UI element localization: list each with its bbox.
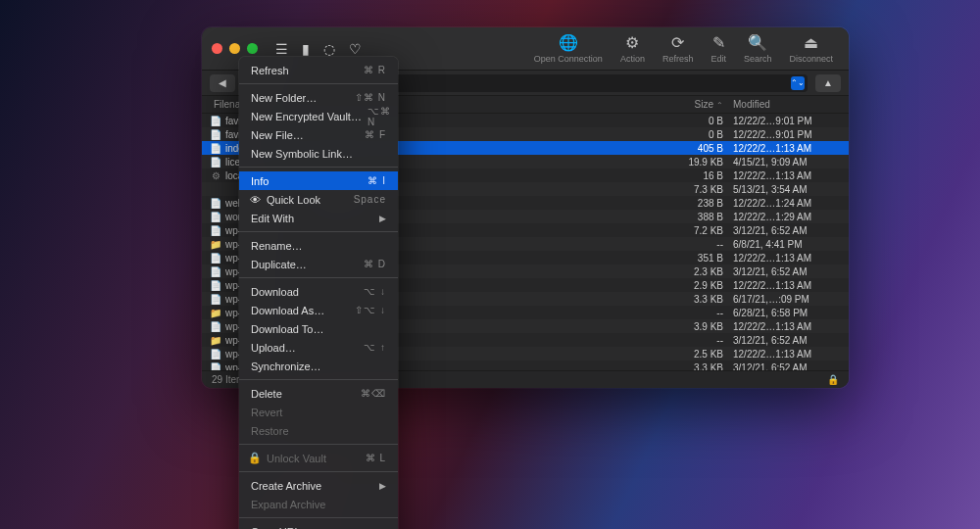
menu-item-edit-with[interactable]: Edit With▶ (239, 209, 398, 227)
menu-item-create-archive[interactable]: Create Archive▶ (239, 476, 398, 495)
menu-item-label: New Encrypted Vault… (251, 111, 362, 122)
file-modified: 12/22/2…1:13 AM (733, 170, 841, 181)
menu-shortcut: ⌘ L (366, 453, 386, 463)
file-modified: 12/22/2…1:29 AM (733, 212, 841, 222)
file-size: -- (664, 335, 733, 346)
gear-icon: ⚙ (210, 169, 221, 181)
menu-item-label: Rename… (251, 240, 386, 252)
file-size: 405 B (664, 143, 733, 154)
menu-item-quick-look[interactable]: 👁Quick LookSpace (239, 190, 398, 209)
menu-item-copy-url[interactable]: Copy URL▶ (239, 522, 398, 529)
submenu-arrow-icon: ▶ (379, 481, 386, 491)
open-connection-icon: 🌐 (559, 34, 578, 52)
history-icon[interactable]: ▮ (302, 41, 310, 57)
menu-item-download-as[interactable]: Download As…⇧⌥ ↓ (239, 301, 398, 319)
menu-separator (239, 231, 398, 232)
file-modified: 12/22/2…9:01 PM (733, 129, 841, 140)
menu-item-icon: 🔒 (249, 452, 261, 464)
submenu-arrow-icon: ▶ (379, 214, 386, 223)
menu-separator (239, 471, 398, 472)
menu-item-new-encrypted-vault[interactable]: New Encrypted Vault…⌥⌘ N (239, 107, 398, 125)
file-modified: 12/22/2…1:13 AM (733, 253, 841, 264)
close-window-button[interactable] (212, 43, 222, 54)
menu-item-refresh[interactable]: Refresh⌘ R (239, 61, 398, 79)
bookmarks-icon[interactable]: ☰ (275, 41, 288, 57)
file-modified: 3/12/21, 6:52 AM (733, 335, 841, 346)
bonjour-icon[interactable]: ◌ (323, 41, 335, 57)
menu-item-rename[interactable]: Rename… (239, 236, 398, 255)
favorite-icon[interactable]: ♡ (349, 41, 362, 57)
file-modified: 12/22/2…1:24 AM (733, 198, 841, 209)
menu-item-duplicate[interactable]: Duplicate…⌘ D (239, 255, 398, 273)
file-icon: 📄 (210, 361, 221, 370)
file-icon: 📄 (210, 293, 221, 305)
file-modified: 4/15/21, 9:09 AM (733, 157, 841, 168)
sort-indicator-icon: ⌃ (716, 101, 723, 110)
menu-item-upload[interactable]: Upload…⌥ ↑ (239, 338, 398, 357)
toolbar-label: Disconnect (789, 54, 833, 64)
search-button[interactable]: 🔍Search (738, 32, 778, 66)
menu-item-restore: Restore (239, 421, 398, 440)
path-dropdown-icon[interactable]: ⌃⌄ (791, 76, 805, 90)
file-size: 2.3 KB (664, 266, 733, 277)
menu-item-label: Refresh (251, 65, 358, 76)
file-size: 3.3 KB (664, 294, 733, 305)
refresh-icon: ⟳ (671, 34, 684, 52)
menu-item-new-symbolic-link[interactable]: New Symbolic Link… (239, 144, 398, 163)
file-size: 3.9 KB (664, 321, 733, 332)
menu-separator (239, 83, 398, 84)
up-button[interactable]: ▲ (815, 74, 841, 92)
file-modified: 12/22/2…1:13 AM (733, 321, 841, 332)
context-menu[interactable]: Refresh⌘ RNew Folder…⇧⌘ NNew Encrypted V… (239, 57, 398, 529)
folder-icon: 📁 (210, 334, 221, 346)
col-size[interactable]: Size⌃ (664, 99, 733, 110)
file-size: 3.3 KB (664, 362, 733, 371)
edit-button[interactable]: ✎Edit (705, 32, 732, 66)
col-modified[interactable]: Modified (733, 99, 841, 110)
file-icon: 📄 (210, 115, 221, 126)
file-icon: 📄 (210, 128, 221, 140)
open-connection-button[interactable]: 🌐Open Connection (528, 32, 609, 66)
toolbar-label: Search (744, 54, 772, 64)
menu-item-new-file[interactable]: New File…⌘ F (239, 125, 398, 144)
toolbar-actions: 🌐Open Connection⚙Action⟳Refresh✎Edit🔍Sea… (528, 32, 839, 66)
window-controls (212, 43, 258, 54)
file-size: 19.9 KB (664, 157, 733, 168)
action-button[interactable]: ⚙Action (614, 32, 651, 66)
menu-item-new-folder[interactable]: New Folder…⇧⌘ N (239, 88, 398, 107)
zoom-window-button[interactable] (247, 43, 258, 54)
file-size: 7.2 KB (664, 225, 733, 236)
refresh-button[interactable]: ⟳Refresh (657, 32, 700, 66)
menu-shortcut: ⇧⌥ ↓ (355, 305, 386, 315)
menu-item-label: Download As… (251, 305, 349, 316)
menu-separator (239, 517, 398, 518)
menu-item-delete[interactable]: Delete⌘⌫ (239, 384, 398, 403)
file-modified: 5/13/21, 3:54 AM (733, 184, 841, 195)
menu-item-unlock-vault: 🔒Unlock Vault⌘ L (239, 449, 398, 467)
menu-shortcut: ⌘⌫ (361, 388, 386, 399)
disconnect-button[interactable]: ⏏Disconnect (783, 32, 839, 66)
file-modified: 6/28/21, 6:58 PM (733, 308, 841, 318)
toolbar-label: Refresh (662, 54, 694, 64)
file-size: 2.9 KB (664, 280, 733, 291)
menu-separator (239, 444, 398, 445)
file-icon: 📄 (210, 211, 221, 222)
file-modified: 12/22/2…1:13 AM (733, 349, 841, 360)
menu-item-label: Restore (251, 425, 386, 437)
menu-shortcut: ⌘ I (368, 175, 386, 186)
menu-item-info[interactable]: Info⌘ I (239, 171, 398, 190)
menu-shortcut: Space (354, 194, 386, 205)
folder-icon: 📁 (210, 238, 221, 250)
minimize-window-button[interactable] (229, 43, 240, 54)
file-modified: 3/12/21, 6:52 AM (733, 362, 841, 371)
file-modified: 12/22/2…1:13 AM (733, 280, 841, 291)
menu-item-download[interactable]: Download⌥ ↓ (239, 282, 398, 301)
back-button[interactable]: ◀ (210, 74, 235, 92)
file-icon: 📄 (210, 320, 221, 332)
menu-item-label: Download To… (251, 323, 386, 335)
menu-item-label: New Symbolic Link… (251, 148, 386, 160)
menu-shortcut: ⌘ D (364, 259, 386, 269)
file-icon: 📄 (210, 224, 221, 236)
menu-item-synchronize[interactable]: Synchronize… (239, 357, 398, 375)
menu-item-download-to[interactable]: Download To… (239, 319, 398, 338)
